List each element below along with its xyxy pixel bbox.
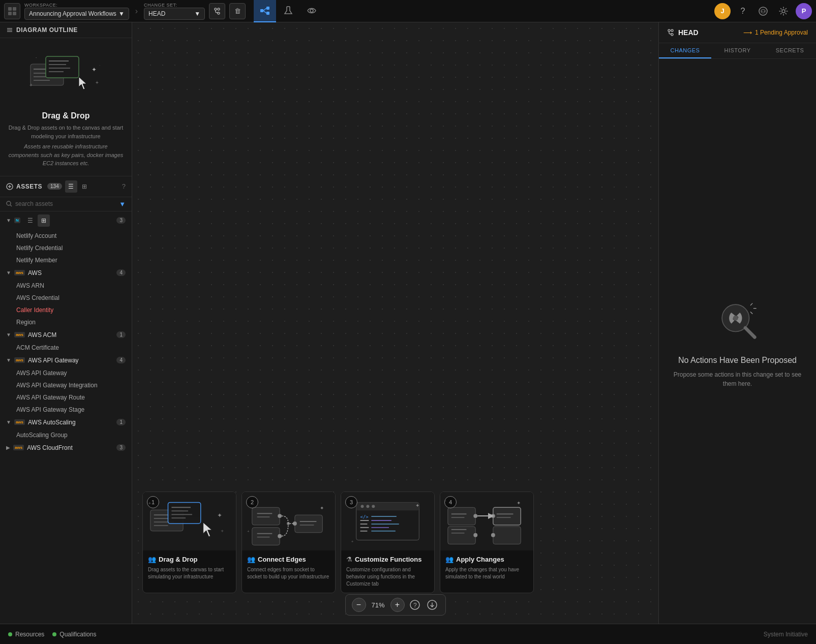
svg-text:✦: ✦ [320, 505, 324, 511]
changeset-selector[interactable]: HEAD ▼ [144, 8, 205, 20]
zoom-out-btn[interactable]: − [352, 598, 366, 612]
category-aws-autoscaling: ▼ aws AWS AutoScaling 1 AutoScaling Grou… [0, 416, 132, 441]
onboarding-card-1[interactable]: 1 ✦ ✦ + [142, 492, 236, 593]
category-netlify-header[interactable]: ▼ N ☰ ⊞ 3 [0, 211, 132, 230]
svg-point-14 [310, 9, 313, 12]
svg-point-89 [473, 514, 477, 518]
tab-history[interactable]: HISTORY [711, 43, 764, 58]
topbar-nav [254, 0, 323, 22]
question-circle-icon: ? [410, 600, 420, 610]
category-aws-header[interactable]: ▼ aws AWS 4 [0, 266, 132, 280]
right-panel-header: HEAD ⟶ 1 Pending Approval [659, 22, 816, 43]
branch-icon-right [667, 29, 674, 36]
svg-point-112 [733, 315, 738, 320]
list-item[interactable]: AutoScaling Group [0, 429, 132, 441]
list-item[interactable]: AWS API Gateway [0, 367, 132, 379]
list-item[interactable]: Netlify Account [0, 230, 132, 242]
card-2-title: Connect Edges [258, 556, 306, 563]
list-item[interactable]: Netlify Member [0, 254, 132, 266]
card-3-img: 3 </> [341, 492, 434, 550]
view-toggle: ☰ ⊞ [65, 180, 90, 193]
onboarding-card-4[interactable]: 4 [440, 492, 534, 593]
profile-avatar[interactable]: P [796, 3, 812, 19]
card-1-title: Drag & Drop [159, 556, 198, 563]
card-3-number: 3 [345, 496, 357, 508]
aws-acm-items: ACM Certificate [0, 342, 132, 354]
nav-eye-btn[interactable] [300, 0, 323, 22]
help-canvas-btn[interactable]: ? [408, 598, 422, 612]
outline-title: DIAGRAM OUTLINE [16, 26, 78, 34]
main-layout: DIAGRAM OUTLINE [0, 22, 816, 624]
zoom-in-btn[interactable]: + [390, 598, 405, 612]
svg-rect-3 [13, 12, 16, 15]
pending-approval[interactable]: ⟶ 1 Pending Approval [743, 29, 808, 36]
svg-line-41 [10, 205, 12, 206]
category-aws-acm-header[interactable]: ▼ aws AWS ACM 1 [0, 328, 132, 342]
svg-point-106 [668, 29, 670, 32]
netlify-list-btn[interactable]: ☰ [24, 214, 37, 227]
list-item[interactable]: AWS Credential [0, 292, 132, 304]
caller-identity-item[interactable]: Caller Identity [0, 304, 132, 316]
resources-label: Resources [15, 631, 44, 638]
netlify-grid-btn[interactable]: ⊞ [38, 214, 50, 227]
canvas[interactable]: 1 ✦ ✦ + [132, 22, 658, 624]
list-item[interactable]: AWS API Gateway Stage [0, 404, 132, 416]
changeset-icon-btn1[interactable] [209, 3, 225, 19]
list-item[interactable]: Region [0, 316, 132, 328]
pending-label: 1 Pending Approval [755, 29, 808, 36]
assets-help-btn[interactable]: ? [122, 182, 126, 190]
workspace-selector[interactable]: Announcing Approval Workflows ▼ [24, 8, 129, 20]
nav-beaker-btn[interactable] [277, 0, 299, 22]
workspace-icon [7, 6, 17, 16]
brand-label: System Initiative [764, 631, 808, 638]
category-aws-cloudfront-header[interactable]: ▶ aws AWS CloudFront 3 [0, 441, 132, 454]
list-item[interactable]: AWS ARN [0, 280, 132, 292]
list-item[interactable]: Netlify Credential [0, 242, 132, 254]
topbar-right: J ? P [714, 3, 812, 19]
tab-secrets[interactable]: SECRETS [764, 43, 816, 58]
aws-api-gateway-logo: aws [14, 357, 25, 363]
svg-point-93 [491, 514, 495, 518]
svg-text:?: ? [413, 602, 417, 609]
aws-autoscaling-logo: aws [14, 419, 25, 425]
workspace-name: Announcing Approval Workflows [29, 10, 116, 17]
tab-changes[interactable]: CHANGES [659, 43, 711, 58]
list-item[interactable]: AWS API Gateway Route [0, 391, 132, 404]
svg-point-94 [491, 533, 495, 537]
netlify-count: 3 [116, 217, 126, 224]
workspace-label: WORKSPACE: [24, 3, 129, 8]
card-1-img: 1 ✦ ✦ + [143, 492, 236, 550]
settings-btn[interactable] [775, 3, 792, 19]
outline-header: DIAGRAM OUTLINE [0, 22, 132, 38]
category-aws-autoscaling-header[interactable]: ▼ aws AWS AutoScaling 1 [0, 416, 132, 429]
aws-chevron-icon: ▼ [6, 270, 11, 275]
view-grid-btn[interactable]: ⊞ [78, 180, 90, 193]
search-icon [6, 201, 12, 207]
nav-diagram-btn[interactable] [254, 0, 276, 22]
onboarding-card-2[interactable]: 2 [241, 492, 336, 593]
changeset-delete-btn[interactable]: 🗑 [229, 3, 246, 19]
topbar: WORKSPACE: Announcing Approval Workflows… [0, 0, 816, 22]
category-aws-api-gateway-header[interactable]: ▼ aws AWS API Gateway 4 [0, 354, 132, 367]
svg-point-57 [278, 514, 282, 518]
list-item[interactable]: ACM Certificate [0, 342, 132, 354]
help-btn[interactable]: ? [735, 3, 751, 19]
card-4-title-row: 👥 Apply Changes [445, 556, 528, 563]
view-list-btn[interactable]: ☰ [65, 180, 77, 193]
svg-point-72 [361, 505, 364, 508]
aws-name: AWS [28, 269, 42, 277]
changeset-chevron-icon: ▼ [194, 10, 200, 17]
svg-text:+: + [96, 80, 99, 85]
onboarding-card-3[interactable]: 3 </> [341, 492, 435, 593]
search-input[interactable] [15, 200, 116, 207]
assets-list: ▼ N ☰ ⊞ 3 Netlify Account Netlify Creden… [0, 211, 132, 624]
qualifications-status: Qualifications [52, 631, 96, 638]
download-canvas-btn[interactable] [425, 598, 439, 612]
svg-rect-10 [266, 12, 269, 15]
filter-icon[interactable]: ▼ [119, 200, 126, 208]
discord-btn[interactable] [755, 3, 771, 19]
assets-icon [6, 183, 13, 190]
svg-text:+: + [247, 529, 250, 534]
list-item[interactable]: AWS API Gateway Integration [0, 379, 132, 391]
user-avatar[interactable]: J [714, 3, 731, 19]
